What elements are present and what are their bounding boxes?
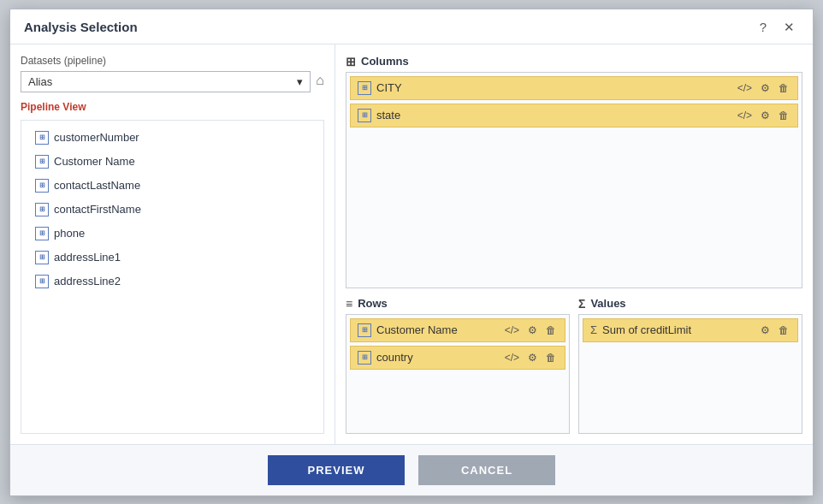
row-chip-country: ⊞ country </> ⚙ 🗑 — [350, 346, 565, 370]
alias-value: Alias — [28, 75, 52, 88]
datasets-label: Datasets (pipeline) — [21, 55, 311, 67]
chip-left: ⊞ state — [358, 109, 400, 122]
rows-drop-zone[interactable]: ⊞ Customer Name </> ⚙ 🗑 ⊞ — [346, 314, 570, 434]
field-name: addressLine2 — [54, 275, 121, 288]
chip-name: CITY — [376, 81, 402, 94]
delete-button[interactable]: 🗑 — [777, 323, 790, 337]
field-name: customerNumber — [54, 131, 139, 144]
code-button[interactable]: </> — [503, 351, 521, 365]
dialog-footer: PREVIEW CANCEL — [10, 444, 813, 495]
chip-name: country — [376, 351, 413, 364]
analysis-selection-dialog: Analysis Selection ? ✕ Datasets (pipelin… — [9, 9, 814, 496]
help-button[interactable]: ? — [755, 18, 771, 36]
sigma-icon: Σ — [578, 297, 585, 311]
list-item[interactable]: ⊞ phone — [28, 222, 317, 246]
chip-left: ⊞ CITY — [358, 81, 402, 95]
sigma-icon: Σ — [590, 323, 597, 336]
settings-button[interactable]: ⚙ — [526, 351, 539, 365]
chip-name: Customer Name — [376, 323, 458, 336]
chip-actions: </> ⚙ 🗑 — [736, 109, 790, 122]
field-name: phone — [54, 227, 85, 240]
field-type-icon: ⊞ — [35, 155, 49, 169]
left-panel: Datasets (pipeline) Alias ▾ ⌂ Pipeline V… — [10, 44, 335, 444]
field-name: addressLine1 — [54, 251, 121, 264]
columns-label: Columns — [361, 55, 409, 68]
values-header: Σ Values — [578, 297, 802, 311]
field-type-icon: ⊞ — [35, 203, 49, 216]
pipeline-label: Pipeline View — [21, 101, 324, 113]
cancel-button[interactable]: CANCEL — [418, 455, 555, 485]
dropdown-icon: ▾ — [297, 75, 303, 88]
list-item[interactable]: ⊞ customerNumber — [28, 126, 317, 150]
chip-left: ⊞ country — [358, 351, 413, 365]
chip-actions: </> ⚙ 🗑 — [503, 323, 558, 337]
settings-button[interactable]: ⚙ — [526, 323, 539, 337]
column-chip-city: ⊞ CITY </> ⚙ 🗑 — [350, 76, 798, 100]
header-icons: ? ✕ — [755, 18, 799, 37]
field-type-icon: ⊞ — [35, 227, 49, 240]
field-type-icon: ⊞ — [358, 323, 371, 337]
row-chip-customername: ⊞ Customer Name </> ⚙ 🗑 — [350, 318, 565, 342]
columns-icon: ⊞ — [346, 55, 356, 68]
field-type-icon: ⊞ — [35, 179, 49, 193]
rows-header: ≡ Rows — [346, 297, 570, 311]
delete-button[interactable]: 🗑 — [777, 81, 790, 95]
settings-button[interactable]: ⚙ — [759, 109, 772, 122]
chip-name: Sum of creditLimit — [602, 323, 691, 336]
list-item[interactable]: ⊞ Customer Name — [28, 150, 317, 174]
field-name: contactFirstName — [54, 203, 141, 216]
home-icon[interactable]: ⌂ — [316, 73, 324, 88]
field-type-icon: ⊞ — [358, 109, 371, 122]
list-item[interactable]: ⊞ contactFirstName — [28, 198, 317, 222]
delete-button[interactable]: 🗑 — [544, 323, 558, 337]
columns-header: ⊞ Columns — [346, 55, 802, 68]
field-name: contactLastName — [54, 179, 140, 192]
dialog-header: Analysis Selection ? ✕ — [10, 9, 813, 44]
chip-name: state — [376, 109, 400, 122]
list-item[interactable]: ⊞ contactLastName — [28, 174, 317, 198]
code-button[interactable]: </> — [736, 109, 754, 122]
chip-left: ⊞ Customer Name — [358, 323, 458, 337]
right-panel: ⊞ Columns ⊞ CITY </> ⚙ 🗑 — [335, 44, 813, 444]
values-drop-zone[interactable]: Σ Sum of creditLimit ⚙ 🗑 — [578, 314, 802, 434]
alias-row: Datasets (pipeline) Alias ▾ ⌂ — [21, 55, 324, 92]
preview-button[interactable]: PREVIEW — [268, 455, 405, 485]
list-item[interactable]: ⊞ addressLine2 — [28, 270, 317, 294]
columns-drop-zone[interactable]: ⊞ CITY </> ⚙ 🗑 ⊞ state — [346, 72, 802, 288]
code-button[interactable]: </> — [503, 323, 521, 337]
close-button[interactable]: ✕ — [779, 18, 799, 37]
dialog-title: Analysis Selection — [24, 20, 138, 34]
field-type-icon: ⊞ — [35, 131, 49, 145]
code-button[interactable]: </> — [736, 81, 754, 95]
chip-actions: ⚙ 🗑 — [759, 323, 790, 337]
field-type-icon: ⊞ — [358, 81, 371, 95]
column-chip-state: ⊞ state </> ⚙ 🗑 — [350, 104, 798, 127]
pipeline-list: ⊞ customerNumber ⊞ Customer Name ⊞ conta… — [21, 120, 324, 434]
settings-button[interactable]: ⚙ — [759, 81, 772, 95]
values-section: Σ Values Σ Sum of creditLimit ⚙ 🗑 — [578, 297, 802, 434]
alias-select[interactable]: Alias ▾ — [21, 71, 311, 92]
field-type-icon: ⊞ — [35, 275, 49, 288]
settings-button[interactable]: ⚙ — [759, 323, 772, 337]
rows-icon: ≡ — [346, 297, 352, 311]
columns-section: ⊞ Columns ⊞ CITY </> ⚙ 🗑 — [346, 55, 802, 288]
field-type-icon: ⊞ — [358, 351, 371, 365]
delete-button[interactable]: 🗑 — [544, 351, 558, 365]
chip-actions: </> ⚙ 🗑 — [736, 81, 790, 95]
delete-button[interactable]: 🗑 — [777, 109, 790, 122]
values-label: Values — [590, 297, 625, 310]
chip-actions: </> ⚙ 🗑 — [503, 351, 558, 365]
rows-label: Rows — [358, 297, 388, 310]
rows-section: ≡ Rows ⊞ Customer Name </> ⚙ — [346, 297, 570, 434]
chip-left: Σ Sum of creditLimit — [590, 323, 691, 336]
field-name: Customer Name — [54, 155, 135, 168]
bottom-sections: ≡ Rows ⊞ Customer Name </> ⚙ — [346, 297, 802, 434]
value-chip-creditlimit: Σ Sum of creditLimit ⚙ 🗑 — [583, 318, 798, 342]
field-type-icon: ⊞ — [35, 251, 49, 264]
dialog-body: Datasets (pipeline) Alias ▾ ⌂ Pipeline V… — [10, 44, 813, 444]
list-item[interactable]: ⊞ addressLine1 — [28, 246, 317, 270]
